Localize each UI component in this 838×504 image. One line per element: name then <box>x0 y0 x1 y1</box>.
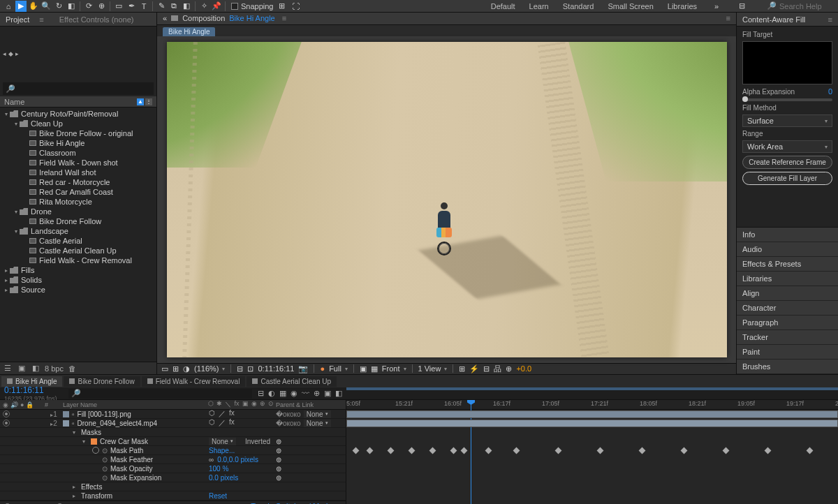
workspace-libraries[interactable]: Libraries <box>668 2 697 10</box>
puppet-tool-icon[interactable]: 📌 <box>211 1 222 12</box>
zoom-out-icon[interactable]: ⊖ <box>4 501 10 504</box>
stopwatch-off-icon[interactable]: ⊙ <box>102 456 108 464</box>
workspace-default[interactable]: Default <box>491 2 515 10</box>
interpret-icon[interactable]: ☰ <box>3 364 13 373</box>
anchor-tool-icon[interactable]: ⊕ <box>96 1 107 12</box>
comp-tab[interactable]: Bike Hi Angle <box>163 27 215 36</box>
comp-item[interactable]: Rita Motorcycle <box>0 197 156 207</box>
toggle-switches-link[interactable]: Toggle Switches / Modes <box>251 502 336 505</box>
snapshot-icon[interactable]: 📷 <box>298 364 308 373</box>
panel-info[interactable]: Info <box>737 228 838 242</box>
masks-group[interactable]: ▾Masks <box>0 428 346 437</box>
comp-item[interactable]: Field Walk - Down shot <box>0 158 156 168</box>
zoom-in-icon[interactable]: ⊕ <box>57 501 63 504</box>
roi-icon[interactable]: ▣ <box>360 364 367 373</box>
timecode-display[interactable]: 0:11:16:11 <box>258 364 294 373</box>
video-col-icon[interactable]: ◉ <box>3 401 8 408</box>
reset-link[interactable]: Reset <box>209 492 227 500</box>
solo-col-icon[interactable]: ● <box>20 401 24 408</box>
workspace-standard[interactable]: Standard <box>563 2 594 10</box>
rect-tool-icon[interactable]: ▭ <box>113 1 124 12</box>
keyframe[interactable] <box>639 447 646 454</box>
folder-item[interactable]: ▾Landscape <box>0 226 156 236</box>
work-area-bar[interactable] <box>346 387 838 390</box>
keyframe[interactable] <box>388 447 395 454</box>
switch-icon[interactable]: ＼ <box>225 400 231 409</box>
property-value[interactable]: Shape... <box>209 447 235 454</box>
eraser-tool-icon[interactable]: ◧ <box>181 1 192 12</box>
ruler-icon[interactable]: ⊟ <box>237 364 243 373</box>
layer-row[interactable]: ▸2 ▫Drone_0494_select4.mp4 ⬡／fx �ококоNo… <box>0 419 346 428</box>
switch-icon[interactable]: ⊙ <box>268 400 274 409</box>
pixel-aspect-icon[interactable]: ⊞ <box>459 364 465 373</box>
selection-tool-icon[interactable]: ▶ <box>15 1 27 12</box>
keyframe[interactable] <box>367 447 374 454</box>
panel-align[interactable]: Align <box>737 286 838 301</box>
new-comp-icon[interactable]: ◧ <box>31 364 41 373</box>
keyframe[interactable] <box>429 447 436 454</box>
sort-controls[interactable]: ▲⋮ <box>137 98 152 105</box>
link-icon[interactable]: ∞ <box>209 456 214 464</box>
workspace-reset-icon[interactable]: ⊟ <box>736 1 747 12</box>
comp-item[interactable]: Bike Drone Follow <box>0 216 156 226</box>
layer-name-header[interactable]: Layer Name <box>63 401 206 408</box>
folder-item[interactable]: ▾Clean Up <box>0 119 156 128</box>
project-tab[interactable]: Project <box>6 15 29 24</box>
layer-bar[interactable] <box>346 410 838 418</box>
type-tool-icon[interactable]: T <box>138 1 149 12</box>
keyframe[interactable] <box>681 447 688 454</box>
switch-icon[interactable]: fx <box>234 400 239 409</box>
workspace-overflow-icon[interactable]: » <box>711 1 722 12</box>
panel-paragraph[interactable]: Paragraph <box>737 316 838 330</box>
stopwatch-off-icon[interactable]: ⊙ <box>102 465 108 473</box>
snapping-checkbox[interactable] <box>231 3 238 10</box>
folder-item[interactable]: ▾Drone <box>0 207 156 216</box>
property-row[interactable]: ⊙Mask Expansion 0.0 pixels ⊚ <box>0 473 346 482</box>
resolution-dropdown[interactable]: Full <box>329 364 348 373</box>
switch-icon[interactable]: ✱ <box>216 400 222 409</box>
folder-item[interactable]: ▾Century Roto/Paint/Removal <box>0 109 156 119</box>
markers-icon[interactable]: ◧ <box>335 389 342 398</box>
keyframe[interactable] <box>723 447 730 454</box>
workspace-small[interactable]: Small Screen <box>608 2 653 10</box>
folder-item[interactable]: ▸Solids <box>0 275 156 285</box>
expression-icon[interactable]: ⊚ <box>276 438 281 445</box>
transparency-icon[interactable]: ▦ <box>371 364 378 373</box>
visibility-toggle[interactable] <box>3 410 10 417</box>
mag-icon[interactable]: ▭ <box>161 364 168 373</box>
comp-item[interactable]: Castle Aerial Clean Up <box>0 246 156 255</box>
property-row[interactable]: ⊙Mask Path Shape... ⊚ <box>0 446 346 455</box>
parent-dropdown[interactable]: None <box>304 420 331 427</box>
roto-tool-icon[interactable]: ✧ <box>198 1 210 12</box>
pickwhip-icon[interactable]: �ококо <box>276 420 301 427</box>
range-dropdown[interactable]: Work Area <box>742 140 832 153</box>
panel-effects[interactable]: Effects & Presets <box>737 257 838 272</box>
search-help-input[interactable] <box>779 2 835 10</box>
panel-brushes[interactable]: Brushes <box>737 360 838 374</box>
reset-exposure-icon[interactable]: ⊕ <box>506 364 512 373</box>
switch-icon[interactable]: ▣ <box>242 400 249 409</box>
comp-item[interactable]: Red Car Amalfi Coast <box>0 187 156 197</box>
folder-item[interactable]: ▸Fills <box>0 265 156 275</box>
property-row[interactable]: ⊙Mask Opacity 100 % ⊚ <box>0 464 346 473</box>
rotation-tool-icon[interactable]: ⟳ <box>83 1 94 12</box>
frame-blend-icon[interactable]: ▦ <box>279 389 286 398</box>
comp-mini-icon[interactable]: ⊟ <box>258 389 264 398</box>
visibility-toggle[interactable] <box>3 420 10 427</box>
comp-item[interactable]: Ireland Wall shot <box>0 168 156 177</box>
panel-character[interactable]: Character <box>737 301 838 316</box>
expression-icon[interactable]: ⊚ <box>276 456 281 464</box>
keyframe[interactable] <box>555 447 562 454</box>
project-menu-icon[interactable]: ≡ <box>39 15 43 24</box>
keyframe[interactable] <box>409 447 416 454</box>
snap-opt2-icon[interactable]: ⛶ <box>291 1 302 12</box>
keyframe[interactable] <box>485 447 492 454</box>
parent-header[interactable]: Parent & Link <box>276 401 346 408</box>
effect-controls-tab[interactable]: Effect Controls (none) <box>59 15 134 24</box>
transform-group[interactable]: ▸TransformReset <box>0 491 346 501</box>
mask-icon[interactable]: ◑ <box>183 364 190 373</box>
expression-icon[interactable]: ⊚ <box>276 474 281 482</box>
channels-icon[interactable]: ● <box>320 364 325 373</box>
brain-icon[interactable]: ⊕ <box>314 389 320 398</box>
flowchart2-icon[interactable]: 品 <box>494 364 501 374</box>
